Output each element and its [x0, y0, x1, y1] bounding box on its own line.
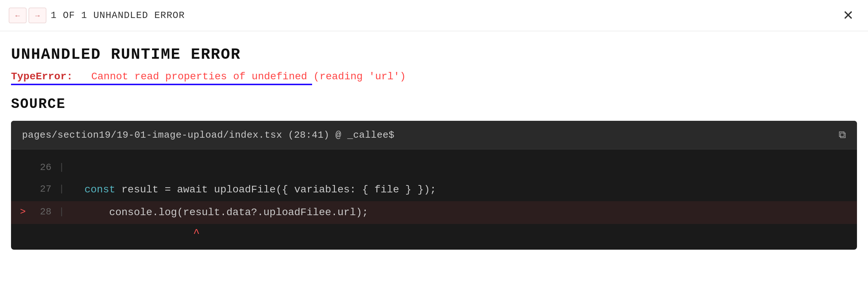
- code-area: 26 | 27 | const result = await uploadFil…: [11, 149, 857, 250]
- close-icon: ✕: [843, 9, 854, 22]
- source-section-title: Source: [11, 96, 857, 112]
- line-28-code: console.log(result.data?.uploadFilee.url…: [66, 205, 857, 220]
- top-bar: ← → 1 of 1 Unhandled Error ✕: [0, 0, 868, 31]
- error-overlay: ← → 1 of 1 Unhandled Error ✕ Unhandled R…: [0, 0, 868, 304]
- nav-buttons: ← →: [9, 8, 46, 23]
- nav-prev-button[interactable]: ←: [9, 8, 26, 23]
- line-27-number: 27: [29, 182, 59, 196]
- external-link-icon: ⧉: [839, 129, 846, 141]
- top-bar-left: ← → 1 of 1 Unhandled Error: [9, 8, 185, 23]
- source-panel: pages/section19/19-01-image-upload/index…: [11, 121, 857, 250]
- close-button[interactable]: ✕: [839, 7, 857, 24]
- line-26-number: 26: [29, 160, 59, 175]
- chevron-left-icon: ←: [14, 11, 21, 20]
- error-message-text: Cannot read properties of undefined (rea…: [91, 71, 406, 82]
- code-line-26: 26 |: [11, 157, 857, 178]
- code-line-28: > 28 | console.log(result.data?.uploadFi…: [11, 201, 857, 224]
- error-message-line: TypeError: Cannot read properties of und…: [11, 71, 857, 85]
- line-27-indicator: [11, 182, 29, 196]
- line-28-number: 28: [29, 205, 59, 219]
- line-26-separator: |: [59, 160, 66, 175]
- chevron-right-icon: →: [34, 11, 41, 20]
- nav-next-button[interactable]: →: [29, 8, 46, 23]
- error-type-label: TypeError:: [11, 71, 73, 82]
- error-underline: [11, 84, 312, 85]
- caret-line: ^: [11, 224, 857, 242]
- line-27-separator: |: [59, 182, 66, 196]
- line-28-indicator: >: [11, 205, 29, 219]
- code-line-27: 27 | const result = await uploadFile({ v…: [11, 178, 857, 201]
- line-27-code: const result = await uploadFile({ variab…: [66, 182, 857, 198]
- source-file-path: pages/section19/19-01-image-upload/index…: [22, 130, 394, 141]
- caret-spacer: [11, 227, 98, 239]
- external-link-button[interactable]: ⧉: [839, 129, 846, 141]
- source-header: pages/section19/19-01-image-upload/index…: [11, 121, 857, 149]
- caret-icon: ^: [98, 227, 200, 239]
- line-26-indicator: [11, 160, 29, 175]
- error-content: Unhandled Runtime Error TypeError: Canno…: [0, 31, 868, 250]
- line-28-separator: |: [59, 205, 66, 219]
- error-count-label: 1 of 1 Unhandled Error: [51, 10, 185, 21]
- error-title: Unhandled Runtime Error: [11, 46, 857, 64]
